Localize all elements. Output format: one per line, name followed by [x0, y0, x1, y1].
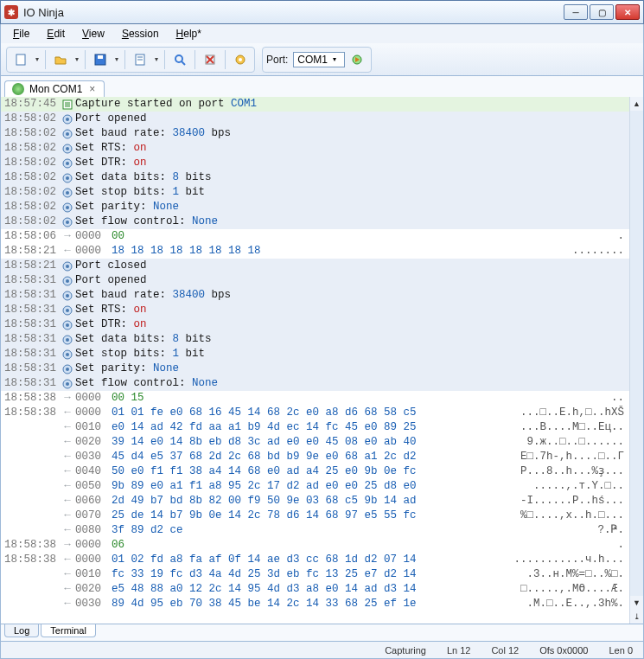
log-row[interactable]: 18:58:31Set flow control: None — [1, 376, 629, 391]
log-timestamp: 18:58:31 — [1, 303, 60, 317]
log-row[interactable]: 18:58:02Set DTR: on — [1, 156, 629, 170]
log-row[interactable]: ←0030 45 d4 e5 37 68 2d 2c 68 bd b9 9e e… — [1, 450, 629, 464]
log-row[interactable]: 18:58:02Set baud rate: 38400 bps — [1, 126, 629, 141]
log-row[interactable]: 18:58:31Set stop bits: 1 bit — [1, 347, 629, 361]
log-timestamp: 18:58:31 — [1, 347, 60, 361]
open-dropdown[interactable]: ▾ — [73, 55, 80, 63]
log-row[interactable]: 18:58:31Set RTS: on — [1, 303, 629, 317]
arrow-left-icon: ← — [60, 509, 75, 523]
log-timestamp — [1, 479, 60, 494]
app-icon: ✱ — [4, 5, 18, 19]
log-row[interactable]: 18:58:31Set parity: None — [1, 361, 629, 376]
open-button[interactable] — [50, 49, 71, 70]
log-row[interactable]: ←0020 e5 48 88 a0 12 2c 14 95 4d d3 a8 e… — [1, 582, 629, 597]
log-row[interactable]: 18:58:38→0000 00 15.. — [1, 391, 629, 406]
scroll-down-button[interactable]: ▼ — [630, 596, 643, 610]
log-row[interactable]: 18:58:31Set baud rate: 38400 bps — [1, 288, 629, 303]
menu-help[interactable]: Help* — [169, 26, 208, 42]
svg-point-38 — [66, 309, 69, 312]
log-ascii: -I......P..hś... — [520, 494, 629, 509]
menu-session[interactable]: Session — [115, 26, 166, 42]
log-row[interactable]: 18:58:38←0000 01 02 fd a8 fa af 0f 14 ae… — [1, 553, 629, 567]
svg-point-26 — [66, 191, 69, 195]
log-body: 0000 01 02 fd a8 fa af 0f 14 ae d3 cc 68… — [75, 553, 513, 567]
log-row[interactable]: 18:58:02Set data bits: 8 bits — [1, 170, 629, 185]
document-button[interactable] — [130, 49, 150, 70]
title-bar: ✱ IO Ninja ─ ▢ ✕ — [0, 0, 644, 24]
log-row[interactable]: ←0050 9b 89 e0 a1 f1 a8 95 2c 17 d2 ad e… — [1, 479, 629, 494]
log-timestamp: 18:58:21 — [1, 244, 60, 259]
settings-button[interactable] — [230, 49, 251, 70]
maximize-button[interactable]: ▢ — [590, 4, 614, 20]
log-ascii: E□.7h-,h....□..Г — [520, 450, 629, 464]
status-line: Ln 12 — [447, 645, 471, 656]
save-dropdown[interactable]: ▾ — [112, 55, 120, 63]
port-select[interactable]: COM1 ▾ — [293, 52, 345, 67]
log-row[interactable]: 18:58:31Set DTR: on — [1, 317, 629, 332]
scroll-up-button[interactable]: ▲ — [630, 97, 643, 111]
log-body: 0000 00 15 — [75, 391, 611, 406]
scroll-track[interactable] — [630, 111, 643, 596]
svg-point-18 — [66, 132, 69, 136]
tab-log[interactable]: Log — [4, 624, 39, 637]
arrow-left-icon: ← — [60, 244, 75, 259]
vertical-scrollbar[interactable]: ▲ ▼ ⤓ — [629, 97, 643, 624]
log-row[interactable]: 18:58:38→0000 06. — [1, 538, 629, 553]
log-row[interactable]: 18:58:21Port closed — [1, 259, 629, 273]
log-row[interactable]: 18:58:02Set RTS: on — [1, 141, 629, 156]
tab-terminal[interactable]: Terminal — [41, 624, 96, 637]
log-row[interactable]: ←0010 fc 33 19 fc d3 4a 4d 25 3d eb fc 1… — [1, 567, 629, 582]
log-row[interactable]: ←0080 3f 89 d2 ce?.Ҏ. — [1, 523, 629, 538]
log-row[interactable]: ←0020 39 14 e0 14 8b eb d8 3c ad e0 e0 4… — [1, 435, 629, 450]
log-body: Port opened — [75, 112, 629, 126]
log-row[interactable]: 18:58:02Port opened — [1, 112, 629, 126]
log-row[interactable]: ←0060 2d 49 b7 bd 8b 82 00 f9 50 9e 03 6… — [1, 494, 629, 509]
log-body: Set stop bits: 1 bit — [75, 185, 629, 200]
log-ascii: ...B....M□..Eц.. — [520, 420, 629, 435]
clear-button[interactable] — [200, 49, 220, 70]
document-dropdown[interactable]: ▾ — [152, 55, 160, 63]
tab-mon-com1[interactable]: Mon COM1 × — [4, 80, 105, 97]
log-row[interactable]: ←0040 50 e0 f1 f1 38 a4 14 68 e0 ad a4 2… — [1, 464, 629, 479]
log-row[interactable]: 18:58:02Set flow control: None — [1, 214, 629, 229]
capture-button[interactable] — [347, 49, 367, 70]
log-row[interactable]: ←0070 25 de 14 b7 9b 0e 14 2c 78 d6 14 6… — [1, 509, 629, 523]
log-content[interactable]: 18:57:45Capture started on port COM118:5… — [1, 97, 629, 624]
new-dropdown[interactable]: ▾ — [33, 55, 41, 63]
log-row[interactable]: 18:58:02Set stop bits: 1 bit — [1, 185, 629, 200]
save-button[interactable] — [90, 49, 111, 70]
menu-view[interactable]: View — [75, 26, 112, 42]
tab-close-button[interactable]: × — [87, 83, 97, 95]
log-row[interactable]: 18:58:21←0000 18 18 18 18 18 18 18 18...… — [1, 244, 629, 259]
log-row[interactable]: ←0010 e0 14 ad 42 fd aa a1 b9 4d ec 14 f… — [1, 420, 629, 435]
log-timestamp: 18:58:38 — [1, 391, 60, 406]
search-button[interactable] — [169, 49, 190, 70]
log-ascii: . — [617, 538, 629, 553]
log-row[interactable]: 18:58:31Set data bits: 8 bits — [1, 332, 629, 347]
log-row[interactable]: 18:58:02Set parity: None — [1, 200, 629, 214]
chevron-down-icon: ▾ — [333, 55, 336, 63]
log-timestamp — [1, 509, 60, 523]
log-timestamp — [1, 464, 60, 479]
log-timestamp: 18:58:31 — [1, 361, 60, 376]
log-row[interactable]: 18:57:45Capture started on port COM1 — [1, 97, 629, 112]
log-body: Set RTS: on — [75, 303, 629, 317]
log-timestamp — [1, 494, 60, 509]
log-row[interactable]: 18:58:06→0000 00. — [1, 229, 629, 244]
log-area: 18:57:45Capture started on port COM118:5… — [0, 97, 644, 624]
log-row[interactable]: 18:58:38←0000 01 01 fe e0 68 16 45 14 68… — [1, 406, 629, 420]
log-timestamp — [1, 597, 60, 611]
close-button[interactable]: ✕ — [615, 4, 640, 20]
log-body: 0080 3f 89 d2 ce — [75, 523, 597, 538]
log-row[interactable]: 18:58:31Port opened — [1, 273, 629, 288]
minimize-button[interactable]: ─ — [564, 4, 588, 20]
menu-edit[interactable]: Edit — [40, 26, 72, 42]
log-timestamp: 18:58:31 — [1, 317, 60, 332]
log-timestamp — [1, 582, 60, 597]
log-body: Port closed — [75, 259, 629, 273]
log-ascii: ...□..E.h,□..hXŠ — [520, 406, 629, 420]
new-button[interactable] — [10, 49, 31, 70]
menu-file[interactable]: File — [6, 26, 36, 42]
scroll-end-button[interactable]: ⤓ — [630, 610, 643, 624]
log-row[interactable]: ←0030 89 4d 95 eb 70 38 45 be 14 2c 14 3… — [1, 597, 629, 611]
